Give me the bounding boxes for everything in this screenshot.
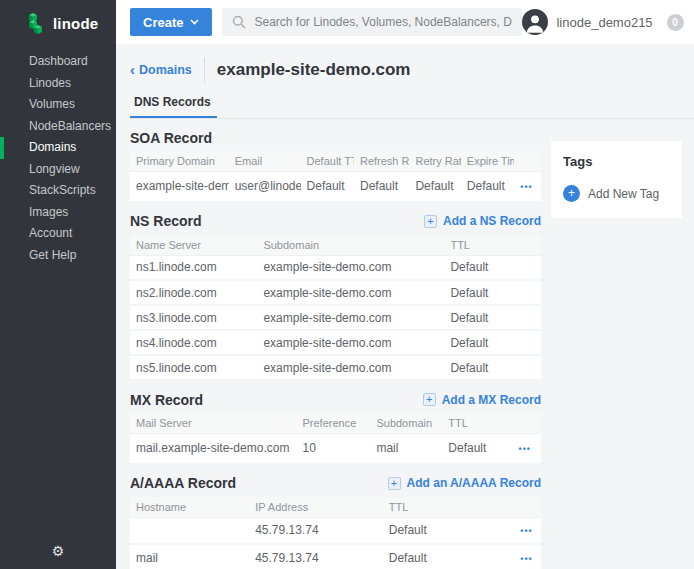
records-main: SOA RecordPrimary DomainEmailDefault TTL… <box>130 119 541 569</box>
record-section-soa: SOA RecordPrimary DomainEmailDefault TTL… <box>130 127 541 203</box>
sidebar-item-label: Longview <box>29 162 80 176</box>
row-actions-menu-button[interactable]: ••• <box>520 554 532 564</box>
plus-square-icon: + <box>423 393 436 406</box>
sidebar-item-images[interactable]: Images <box>0 202 116 224</box>
content-columns: SOA RecordPrimary DomainEmailDefault TTL… <box>116 119 694 569</box>
table-cell-actions: ••• <box>514 172 541 202</box>
add-record-link-aaaa[interactable]: +Add an A/AAAA Record <box>388 476 541 490</box>
row-actions-menu-button[interactable]: ••• <box>519 444 531 454</box>
plus-square-icon: + <box>388 477 401 490</box>
sidebar-item-account[interactable]: Account <box>0 223 116 245</box>
sidebar-item-longview[interactable]: Longview <box>0 159 116 181</box>
sidebar-item-nodebalancers[interactable]: NodeBalancers <box>0 116 116 138</box>
sidebar-item-domains[interactable]: Domains <box>0 137 116 159</box>
table-cell: ns4.linode.com <box>130 330 257 355</box>
column-header-actions <box>514 151 541 172</box>
username[interactable]: linode_demo215 <box>556 15 652 30</box>
linode-logo[interactable]: linode <box>0 0 116 45</box>
settings-gear-icon[interactable]: ⚙ <box>0 543 116 559</box>
sidebar-item-label: Images <box>29 205 68 219</box>
avatar[interactable] <box>522 9 548 35</box>
table-cell: Default <box>444 330 541 355</box>
table-cell: ns2.linode.com <box>130 280 257 305</box>
column-header: Retry Rate <box>409 151 460 172</box>
table-cell: Default <box>383 544 515 569</box>
section-title: NS Record <box>130 213 202 229</box>
chevron-down-icon <box>190 19 199 25</box>
page-title: example-site-demo.com <box>217 60 411 80</box>
table-cell: Default <box>409 172 460 202</box>
table-cell: mail <box>370 434 442 464</box>
section-head: MX Record+Add a MX Record <box>130 389 541 410</box>
linode-cube-icon <box>26 11 46 35</box>
table-cell: Default <box>383 517 515 544</box>
column-header: Refresh Rate <box>354 151 409 172</box>
create-button[interactable]: Create <box>130 8 212 36</box>
breadcrumb-divider <box>204 58 205 83</box>
table-cell: Default <box>444 255 541 280</box>
column-header: Email <box>229 151 301 172</box>
column-header-actions <box>514 497 541 518</box>
add-new-tag-button[interactable]: + Add New Tag <box>563 185 670 202</box>
tags-panel: Tags + Add New Tag <box>551 141 682 218</box>
column-header: Expire Time <box>461 151 514 172</box>
table-header-row: Primary DomainEmailDefault TTLRefresh Ra… <box>130 151 541 172</box>
notification-count-badge[interactable]: 0 <box>667 14 684 31</box>
sidebar-item-label: NodeBalancers <box>29 119 111 133</box>
sidebar-item-volumes[interactable]: Volumes <box>0 94 116 116</box>
breadcrumb-back-link[interactable]: ‹ Domains <box>130 63 192 77</box>
sidebar-item-dashboard[interactable]: Dashboard <box>0 51 116 73</box>
column-header: TTL <box>442 413 510 434</box>
tab-dns-records[interactable]: DNS Records <box>130 90 217 118</box>
column-header: Subdomain <box>370 413 442 434</box>
column-header: Mail Server <box>130 413 296 434</box>
records-table-aaaa: HostnameIP AddressTTL45.79.13.74Default•… <box>130 497 541 569</box>
column-header: Default TTL <box>301 151 354 172</box>
row-actions-menu-button[interactable]: ••• <box>520 182 532 192</box>
table-cell: example-site-demo.com <box>257 330 444 355</box>
table-cell: Default <box>444 280 541 305</box>
add-record-link-ns[interactable]: +Add a NS Record <box>424 214 541 228</box>
table-cell: Default <box>461 172 514 202</box>
table-cell-actions: ••• <box>514 517 541 544</box>
table-row: ns3.linode.comexample-site-demo.comDefau… <box>130 305 541 330</box>
row-actions-menu-button[interactable]: ••• <box>520 526 532 536</box>
column-header: Primary Domain <box>130 151 229 172</box>
table-cell: Default <box>301 172 354 202</box>
table-cell-actions: ••• <box>514 544 541 569</box>
sidebar-item-stackscripts[interactable]: StackScripts <box>0 180 116 202</box>
records-table-mx: Mail ServerPreferenceSubdomainTTLmail.ex… <box>130 413 541 465</box>
add-record-link-mx[interactable]: +Add a MX Record <box>423 393 541 407</box>
column-header-actions <box>510 413 541 434</box>
user-cluster: linode_demo215 0 <box>522 9 694 35</box>
sidebar-item-label: StackScripts <box>29 183 96 197</box>
sidebar-item-label: Account <box>29 226 72 240</box>
column-header: Name Server <box>130 235 257 256</box>
record-section-ns: NS Record+Add a NS RecordName ServerSubd… <box>130 211 541 382</box>
table-cell: user@linode.com <box>229 172 301 202</box>
add-new-tag-label: Add New Tag <box>588 187 659 201</box>
table-row: mail45.79.13.74Default••• <box>130 544 541 569</box>
table-header-row: HostnameIP AddressTTL <box>130 497 541 518</box>
table-cell: ns1.linode.com <box>130 255 257 280</box>
table-cell: mail.example-site-demo.com <box>130 434 296 464</box>
records-table-soa: Primary DomainEmailDefault TTLRefresh Ra… <box>130 151 541 203</box>
table-cell: example-site-demo.com <box>257 355 444 380</box>
page-head: ‹ Domains example-site-demo.com DNS Reco… <box>116 44 694 118</box>
search-input[interactable] <box>254 15 512 29</box>
table-cell: 45.79.13.74 <box>249 544 383 569</box>
column-header: Hostname <box>130 497 249 518</box>
column-header: TTL <box>444 235 541 256</box>
sidebar-item-get-help[interactable]: Get Help <box>0 245 116 267</box>
sidebar-item-label: Linodes <box>29 76 71 90</box>
breadcrumb-label: Domains <box>139 63 192 77</box>
sidebar-item-label: Get Help <box>29 248 76 262</box>
table-row: ns4.linode.comexample-site-demo.comDefau… <box>130 330 541 355</box>
sidebar-item-label: Dashboard <box>29 54 88 68</box>
table-cell: example-site-demo.com <box>257 255 444 280</box>
section-head: A/AAAA Record+Add an A/AAAA Record <box>130 473 541 494</box>
section-title: MX Record <box>130 392 203 408</box>
section-head: NS Record+Add a NS Record <box>130 211 541 232</box>
sidebar-item-linodes[interactable]: Linodes <box>0 73 116 95</box>
section-title: SOA Record <box>130 130 212 146</box>
